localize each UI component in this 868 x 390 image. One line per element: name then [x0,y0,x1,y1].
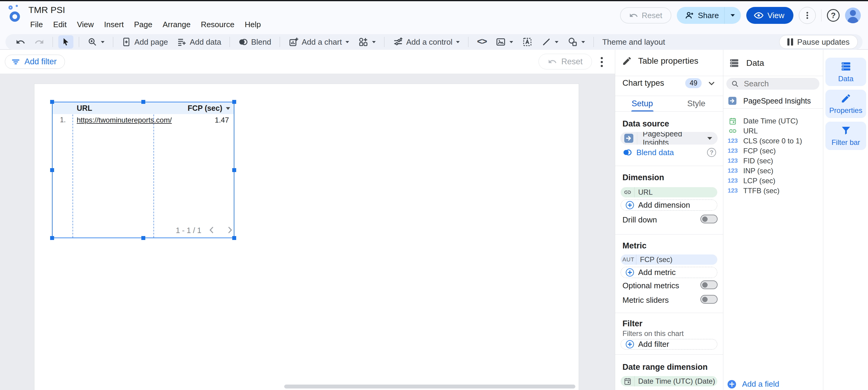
zoom-tool-button[interactable] [85,35,107,48]
embed-url-button[interactable]: <> [474,35,490,48]
date-range-chip[interactable]: Date Time (UTC) (Date) [621,376,717,386]
cursor-icon [61,37,70,46]
metric-sliders-label: Metric sliders [622,295,669,305]
column-header-url[interactable]: URL [77,104,92,112]
chart-types-count-badge: 49 [685,78,702,88]
field-cls[interactable]: 123 CLS (score 0 to 1) [727,136,818,146]
add-metric-button[interactable]: Add metric [621,267,717,278]
redo-button[interactable] [31,35,47,48]
undo-button[interactable] [13,35,28,48]
sort-desc-icon[interactable] [226,107,230,110]
chart-types-row[interactable]: Chart types 49 [622,78,716,88]
blend-button[interactable]: Blend [235,35,274,48]
blend-data-link[interactable]: Blend data [637,148,674,157]
add-a-chart-label: Add a chart [302,37,342,47]
metric-sliders-toggle[interactable] [701,295,718,304]
add-page-button[interactable]: Add page [119,35,171,48]
menu-insert[interactable]: Insert [100,18,128,31]
more-options-button[interactable] [799,7,816,24]
resize-handle-nw[interactable] [50,100,54,104]
resize-handle-n[interactable] [141,100,145,104]
field-search-box[interactable] [726,78,819,90]
link-icon [621,187,634,197]
menu-view[interactable]: View [73,18,98,31]
avatar[interactable] [845,7,861,23]
insert-line-button[interactable] [538,35,561,48]
field-url[interactable]: URL [727,126,818,136]
optional-metrics-toggle[interactable] [701,281,718,289]
resize-handle-ne[interactable] [232,100,236,104]
field-fid[interactable]: 123 FID (sec) [727,156,818,166]
funnel-icon [840,125,851,136]
field-date-time-utc[interactable]: Date Time (UTC) [727,116,818,126]
menu-edit[interactable]: Edit [49,18,71,31]
pagination-prev-icon[interactable] [207,226,216,234]
canvas-more-options-button[interactable] [596,56,608,68]
menu-help[interactable]: Help [240,18,265,31]
resize-handle-s[interactable] [141,236,145,240]
pause-updates-button[interactable]: Pause updates [779,35,858,49]
insert-image-button[interactable] [493,35,516,48]
share-options-dropdown[interactable] [724,7,741,24]
toolbar-divider [113,37,113,47]
data-source-name: PageSpeed Insights [637,132,707,144]
reset-report-button[interactable]: Reset [620,7,672,24]
chevron-down-icon[interactable] [707,79,716,88]
field-inp[interactable]: 123 INP (sec) [727,166,818,176]
column-header-fcp[interactable]: FCP (sec) [188,104,222,112]
url-link-cell[interactable]: https://twominutereports.com/ [77,116,172,124]
view-button[interactable]: View [746,7,794,24]
field-fcp[interactable]: 123 FCP (sec) [727,146,818,156]
metric-chip-fcp[interactable]: AUT FCP (sec) [621,255,717,265]
tab-setup[interactable]: Setup [615,96,669,112]
field-lcp[interactable]: 123 LCP (sec) [727,176,818,186]
resize-handle-w[interactable] [50,168,54,172]
add-a-control-button[interactable]: Add a control [390,35,463,48]
menu-arrange[interactable]: Arrange [158,18,195,31]
add-dimension-button[interactable]: Add dimension [621,199,717,211]
line-icon [541,37,551,47]
resize-handle-e[interactable] [232,168,236,172]
horizontal-scrollbar[interactable] [284,385,575,389]
menu-page[interactable]: Page [130,18,157,31]
share-button[interactable]: Share [677,7,741,24]
community-visualizations-button[interactable] [355,35,379,48]
drill-down-toggle[interactable] [701,215,718,223]
help-button[interactable]: ? [827,9,840,22]
data-source-selector[interactable]: PageSpeed Insights [620,132,718,144]
resize-handle-se[interactable] [232,236,236,240]
add-filter-chart-button[interactable]: Add filter [621,339,717,350]
help-circle-icon[interactable]: ? [707,148,716,157]
theme-and-layout-label: Theme and layout [602,37,665,47]
looker-studio-logo-icon[interactable] [8,5,24,22]
add-a-field-button[interactable]: Add a field [727,380,779,389]
report-title[interactable]: TMR PSI [28,5,65,15]
dimension-chip-label: URL [634,188,653,196]
reset-filters-button[interactable]: Reset [538,54,592,69]
add-metric-label: Add metric [638,268,676,277]
insert-text-button[interactable] [519,35,535,48]
canvas-workspace[interactable]: URL FCP (sec) 1. https://twominutereport… [0,74,615,390]
rail-tab-properties[interactable]: Properties [826,90,866,118]
menu-file[interactable]: File [26,18,47,31]
add-a-chart-button[interactable]: Add a chart [285,35,352,48]
rail-tab-data[interactable]: Data [826,58,866,86]
select-tool-button[interactable] [58,35,73,48]
view-label: View [768,11,784,20]
theme-and-layout-button[interactable]: Theme and layout [599,35,668,48]
rail-tab-filter-bar[interactable]: Filter bar [826,122,866,150]
tab-style[interactable]: Style [669,96,723,112]
add-data-button[interactable]: Add data [174,35,224,48]
data-source-item[interactable]: PageSpeed Insights [727,94,818,108]
pencil-icon [622,56,632,66]
insert-shape-button[interactable] [564,35,588,48]
add-filter-button[interactable]: Add filter [5,55,65,69]
field-ttfb[interactable]: 123 TTFB (sec) [727,186,818,196]
dimension-chip-url[interactable]: URL [621,187,717,197]
search-input[interactable] [743,79,810,89]
menu-resource[interactable]: Resource [196,18,239,31]
menubar: File Edit View Insert Page Arrange Resou… [26,18,265,31]
pagination-next-icon[interactable] [225,226,235,234]
table-chart-selected[interactable]: URL FCP (sec) 1. https://twominutereport… [52,102,235,238]
resize-handle-sw[interactable] [50,236,54,240]
